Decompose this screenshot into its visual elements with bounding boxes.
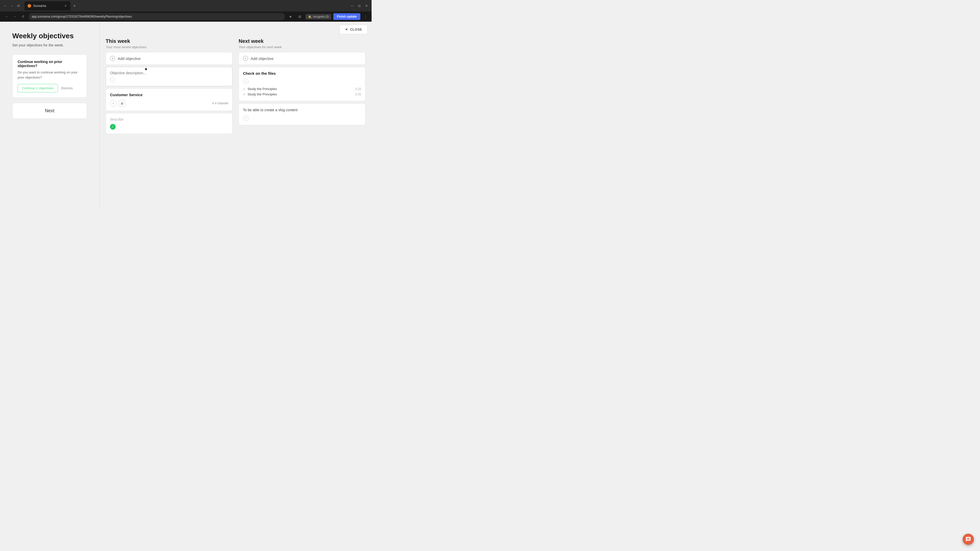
left-panel: Weekly objectives Set your objectives fo…: [0, 22, 100, 208]
check-files-check: ✓: [243, 79, 248, 84]
hash-icon: #: [212, 102, 214, 105]
study-label-1: Study the Principles: [248, 87, 277, 91]
nav-arrows: ← → ↺: [2, 3, 21, 9]
study-item: ✓ Study the Principles 0:10: [243, 86, 361, 92]
this-week-subtitle: Your most recent objectives: [106, 45, 232, 49]
objectives-area: This week Your most recent objectives + …: [100, 34, 372, 208]
study-list: ✓ Study the Principles 0:10 ✓ Study the …: [243, 86, 361, 97]
reload-button[interactable]: ↺: [15, 3, 21, 9]
completed-check-icon: ✓: [110, 124, 116, 130]
address-input[interactable]: [29, 13, 285, 20]
incognito-badge: 🕵 Incognito (2): [305, 14, 331, 19]
vlog-title: To be able to create a vlog content: [243, 108, 361, 113]
next-week-column: Next week Your objectives for next week …: [239, 38, 366, 202]
study-label-2: Study the Principles: [248, 92, 277, 96]
dismiss-button[interactable]: Dismiss: [61, 86, 73, 90]
objective-input[interactable]: [110, 71, 228, 75]
active-tab[interactable]: Sunsama ✕: [24, 1, 70, 11]
close-button[interactable]: ✕ CLOSE: [340, 25, 368, 34]
describe-card: describe ✓: [106, 113, 232, 134]
browser-chrome: ← → ↺ Sunsama ✕ + — ⊡ ✕: [0, 0, 372, 11]
vlog-card: To be able to create a vlog content ✓: [239, 103, 366, 125]
check-icon-sm: ✓: [110, 77, 115, 83]
next-week-subtitle: Your objectives for next week: [239, 45, 366, 49]
more-options-button[interactable]: ⋮: [363, 13, 369, 20]
tab-bar: Sunsama ✕ +: [24, 1, 348, 11]
vlog-check: ✓: [243, 115, 248, 121]
tab-title: Sunsama: [33, 4, 62, 8]
page-title: Weekly objectives: [12, 32, 87, 40]
window-controls: — ⊡ ✕: [349, 3, 369, 9]
right-area: ✕ CLOSE This week Your most recent objec…: [100, 22, 372, 208]
study-time-2: 0:20: [355, 93, 361, 96]
customer-service-card: Customer Service ✓ ▦ # # channel: [106, 88, 232, 111]
incognito-label: Incognito (2): [313, 15, 329, 18]
maximize-button[interactable]: ⊡: [356, 3, 363, 9]
study-time-1: 0:10: [355, 87, 361, 91]
close-icon: ✕: [345, 27, 348, 32]
forward-button[interactable]: →: [9, 3, 15, 9]
add-objective-this-week-button[interactable]: + Add objective: [106, 52, 232, 65]
add-objective-next-week-button[interactable]: + Add objective: [239, 52, 366, 65]
study-check-icon-2: ✓: [243, 93, 245, 96]
back-button[interactable]: ←: [2, 3, 8, 9]
objective-input-card: ✓: [106, 67, 232, 86]
this-week-column: This week Your most recent objectives + …: [106, 38, 232, 202]
prior-objectives-card: Continue working on prior objectives? Do…: [12, 54, 87, 98]
close-btn-area: ✕ CLOSE: [100, 22, 372, 34]
page-subtitle: Set your objectives for the week.: [12, 43, 87, 47]
layout-button[interactable]: ⊞: [296, 13, 304, 20]
main-content: Weekly objectives Set your objectives fo…: [0, 22, 372, 208]
this-week-title: This week: [106, 38, 232, 44]
add-icon-next: +: [243, 56, 248, 61]
address-nav-controls: ← → ↺: [3, 13, 27, 20]
addr-forward-button[interactable]: →: [11, 13, 18, 20]
prior-question: Continue working on prior objectives?: [18, 60, 82, 68]
cs-left-icons: ✓ ▦: [110, 100, 125, 106]
new-tab-button[interactable]: +: [72, 3, 78, 9]
prior-description: Do you want to continue working on your …: [18, 70, 82, 80]
close-window-button[interactable]: ✕: [363, 3, 369, 9]
cs-calendar-button[interactable]: ▦: [119, 100, 125, 106]
add-icon: +: [110, 56, 115, 61]
minimize-button[interactable]: —: [349, 3, 355, 9]
check-files-card: Check on the files ✓ ✓ Study the Princip…: [239, 67, 366, 101]
next-week-header: Next week Your objectives for next week: [239, 38, 366, 49]
addr-back-button[interactable]: ←: [3, 13, 10, 20]
tab-favicon: [27, 4, 31, 8]
cs-check-button[interactable]: ✓: [110, 100, 117, 106]
customer-service-title: Customer Service: [110, 93, 228, 97]
prior-buttons: Continue 2 objectives Dismiss: [18, 84, 82, 92]
check-files-title: Check on the files: [243, 71, 361, 76]
customer-service-actions: ✓ ▦ # # channel: [110, 100, 228, 106]
cs-channel: # # channel: [212, 102, 228, 105]
channel-label: # channel: [215, 102, 228, 105]
addr-reload-button[interactable]: ↺: [19, 13, 27, 20]
study-check-icon-1: ✓: [243, 87, 245, 91]
continue-objectives-button[interactable]: Continue 2 objectives: [18, 84, 58, 92]
address-bar-row: ← → ↺ ★ ⊞ 🕵 Incognito (2) Finish update …: [0, 11, 372, 22]
finish-update-button[interactable]: Finish update: [333, 13, 360, 20]
incognito-icon: 🕵: [308, 15, 312, 18]
this-week-header: This week Your most recent objectives: [106, 38, 232, 49]
study-item-2: ✓ Study the Principles 0:20: [243, 92, 361, 97]
tab-close-button[interactable]: ✕: [64, 3, 67, 8]
add-objective-next-label: Add objective: [251, 56, 274, 61]
next-week-title: Next week: [239, 38, 366, 44]
next-button[interactable]: Next: [12, 103, 87, 119]
bookmark-button[interactable]: ★: [287, 13, 294, 20]
describe-text: describe: [110, 118, 228, 121]
add-objective-label: Add objective: [118, 56, 141, 61]
close-label: CLOSE: [350, 27, 362, 32]
toolbar-right: ★ ⊞ 🕵 Incognito (2) Finish update ⋮: [287, 13, 369, 20]
